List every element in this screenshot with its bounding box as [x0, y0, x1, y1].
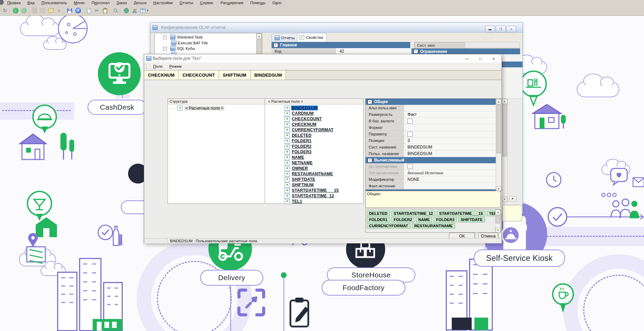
- nav-forward-icon[interactable]: →: [20, 7, 28, 15]
- nav-back-icon[interactable]: ←: [11, 7, 20, 15]
- property-value[interactable]: Факт: [405, 111, 417, 118]
- field-checked-icon[interactable]: ×: [285, 166, 290, 171]
- field-item[interactable]: ×CURRENCYFORMAT: [265, 127, 363, 133]
- menu-item-пользователь[interactable]: Пользователь: [38, 1, 71, 5]
- tree-item[interactable]: Execute BAT File: [169, 40, 208, 46]
- tab-reports[interactable]: Отчеты: [272, 34, 298, 41]
- menu-item-окно[interactable]: Окно: [269, 1, 285, 5]
- dropdown-caret-icon[interactable]: ▼: [146, 9, 149, 12]
- field-name-link[interactable]: STARTDATETIME_12: [291, 194, 335, 198]
- property-value[interactable]: [405, 131, 413, 137]
- field-name-link[interactable]: NAME: [291, 155, 305, 160]
- undo-icon[interactable]: ↺: [74, 7, 82, 15]
- minimize-button[interactable]: ▬: [485, 26, 495, 32]
- tab-properties[interactable]: ✓ Свойства: [297, 33, 326, 42]
- section-glavnoe[interactable]: − Главное: [272, 42, 410, 48]
- field-name-link[interactable]: TEL1: [291, 199, 303, 204]
- field-item[interactable]: ×CARDNUM: [265, 111, 363, 116]
- field-name-link[interactable]: FOLDER1: [291, 139, 312, 143]
- menu-item-правка[interactable]: Правка: [4, 1, 24, 5]
- field-name-link[interactable]: SHIFTNUM: [291, 183, 314, 187]
- menu-item-персонал[interactable]: Персонал: [88, 1, 113, 5]
- field-checked-icon[interactable]: ×: [285, 155, 290, 160]
- structure-tree-node[interactable]: ···· ➔ < Расчетные поля >: [170, 106, 225, 111]
- field-checked-icon[interactable]: ×: [285, 144, 290, 149]
- field-checked-icon[interactable]: ×: [285, 199, 290, 204]
- field-tag[interactable]: NAME: [416, 217, 432, 222]
- field-name-link[interactable]: CARDNUM: [291, 111, 314, 116]
- field-tag[interactable]: FOLDER2: [391, 217, 415, 222]
- menu-grip[interactable]: [146, 64, 148, 69]
- collapse-icon[interactable]: −: [274, 43, 278, 47]
- data-globe-icon[interactable]: [122, 7, 130, 15]
- expand-icon[interactable]: −: [163, 47, 167, 51]
- property-value[interactable]: Внешний Источник: [405, 170, 443, 176]
- property-section-header[interactable]: −Общее: [366, 99, 496, 105]
- field-name-link[interactable]: BINDEDSUM: [291, 106, 318, 110]
- field-item[interactable]: ×NETNAME: [265, 160, 363, 166]
- field-checked-icon[interactable]: ×: [285, 122, 290, 127]
- field-checked-icon[interactable]: ×: [285, 150, 290, 155]
- field-item[interactable]: ×SHIFTDATE: [265, 177, 363, 182]
- dialog-close-button[interactable]: ×: [488, 56, 499, 62]
- field-name-link[interactable]: CURRENCYFORMAT: [291, 128, 334, 132]
- field-checked-icon[interactable]: ×: [285, 183, 290, 188]
- collapse-icon[interactable]: −: [368, 158, 372, 163]
- field-item[interactable]: ×DELETED: [265, 133, 363, 138]
- field-item[interactable]: ×TEL1: [265, 199, 363, 204]
- paste-icon[interactable]: [101, 7, 109, 15]
- property-value[interactable]: BINDEDSUM: [405, 144, 432, 150]
- field-checked-icon[interactable]: ×: [285, 106, 290, 111]
- field-item[interactable]: ×STARTDATETIME_12: [265, 193, 363, 199]
- filter-textbox[interactable]: Общее::: [365, 191, 501, 208]
- checkbox[interactable]: [407, 164, 413, 169]
- menu-item-расширения[interactable]: Расширения: [217, 1, 247, 5]
- property-value[interactable]: 3: [405, 137, 410, 144]
- menu-item-настройки[interactable]: Настройки: [150, 1, 176, 5]
- field-checked-icon[interactable]: ×: [285, 117, 290, 122]
- dialog-maximize-button[interactable]: □: [475, 56, 486, 62]
- field-name-link[interactable]: NETNAME: [291, 161, 313, 165]
- property-value[interactable]: BINDEDSUM: [405, 151, 432, 157]
- property-value[interactable]: [405, 163, 413, 169]
- menu-item-заказ[interactable]: Заказ: [113, 1, 130, 5]
- property-value[interactable]: [405, 124, 407, 131]
- property-section-header[interactable]: −Вычисляемый: [366, 157, 496, 163]
- field-name-link[interactable]: FOLDER2: [291, 144, 312, 149]
- sync-icon[interactable]: ↻: [1, 7, 9, 15]
- field-item[interactable]: ×FOLDER1: [265, 138, 363, 144]
- field-item[interactable]: ×OWNER: [265, 166, 363, 171]
- grid-view-icon[interactable]: [139, 7, 147, 15]
- search-icon[interactable]: [112, 7, 120, 15]
- sys-name-header[interactable]: Сист. имя: [414, 42, 468, 49]
- olap-titlebar[interactable]: Конфигурирование OLAP отчетов: [150, 23, 522, 33]
- checkbox[interactable]: [407, 132, 413, 137]
- book-open-icon[interactable]: [38, 7, 47, 15]
- field-item[interactable]: ×FOLDER3: [265, 149, 363, 155]
- property-value[interactable]: NONE: [405, 176, 419, 183]
- hscroll-right-button[interactable]: ▶: [509, 196, 517, 201]
- tree-item[interactable]: −SQL Кубы: [163, 46, 195, 51]
- cut-icon[interactable]: ✂: [93, 7, 101, 15]
- field-name-link[interactable]: SHIFTDATE: [291, 177, 316, 182]
- folder-up-icon[interactable]: ↑: [47, 7, 55, 15]
- field-checked-icon[interactable]: ×: [285, 139, 290, 144]
- property-value[interactable]: [405, 118, 413, 124]
- checkbox[interactable]: [407, 119, 413, 124]
- field-chip[interactable]: SHIFTNUM: [219, 70, 251, 80]
- field-tag[interactable]: STARTDATETIME___15: [437, 211, 485, 216]
- field-checked-icon[interactable]: ×: [285, 172, 290, 177]
- field-checked-icon[interactable]: ×: [285, 177, 290, 182]
- field-item[interactable]: ×NAME: [265, 155, 363, 160]
- maximize-button[interactable]: ❐: [496, 26, 506, 32]
- dialog-menu-поля[interactable]: Поля: [150, 64, 166, 68]
- field-item[interactable]: ×SHIFTNUM: [265, 182, 363, 188]
- field-chip[interactable]: CHECKCOUNT: [179, 70, 219, 80]
- properties-scrollbar[interactable]: ▲ ▼: [496, 99, 502, 191]
- field-item[interactable]: ×FOLDER2: [265, 144, 363, 149]
- olap-filter-box[interactable]: [502, 205, 522, 221]
- field-tag[interactable]: STARTDATETIME_12: [391, 211, 436, 216]
- copy-icon[interactable]: [84, 7, 93, 15]
- property-value[interactable]: [405, 183, 407, 189]
- save-icon[interactable]: [66, 7, 74, 15]
